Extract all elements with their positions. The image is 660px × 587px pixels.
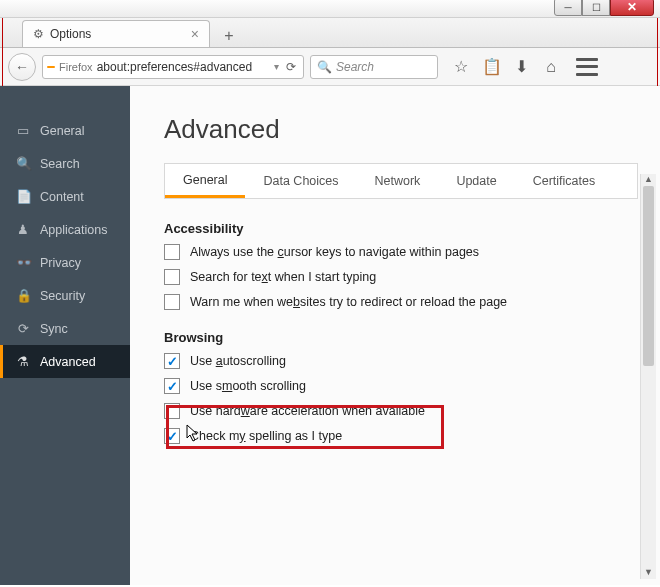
accessibility-label-2: Warn me when websites try to redirect or… <box>190 295 507 309</box>
advanced-subtabs: General Data Choices Network Update Cert… <box>164 163 638 199</box>
browsing-label-3: Check my spelling as I type <box>190 429 342 443</box>
subtab-update[interactable]: Update <box>438 164 514 198</box>
window-minimize-button[interactable]: ─ <box>554 0 582 16</box>
accessibility-option-1: Search for text when I start typing <box>164 269 638 285</box>
preferences-main-pane: Advanced General Data Choices Network Up… <box>130 86 660 585</box>
browsing-label-0: Use autoscrolling <box>190 354 286 368</box>
sidebar-item-search[interactable]: 🔍Search <box>0 147 130 180</box>
vertical-scrollbar[interactable]: ▲ ▼ <box>640 174 656 579</box>
back-button[interactable]: ← <box>8 53 36 81</box>
search-placeholder: Search <box>336 60 374 74</box>
browsing-checkbox-0[interactable] <box>164 353 180 369</box>
sidebar-item-security[interactable]: 🔒Security <box>0 279 130 312</box>
scroll-down-icon[interactable]: ▼ <box>641 567 656 579</box>
identity-label: Firefox <box>59 61 93 73</box>
new-tab-button[interactable]: + <box>216 25 242 47</box>
menu-button[interactable] <box>576 58 598 76</box>
browsing-option-0: Use autoscrolling <box>164 353 638 369</box>
browsing-option-1: Use smooth scrolling <box>164 378 638 394</box>
gear-icon: ⚙ <box>33 27 44 41</box>
subtab-certificates[interactable]: Certificates <box>515 164 614 198</box>
tab-title: Options <box>50 27 91 41</box>
window-titlebar: ─ ☐ ✕ <box>0 0 660 18</box>
home-icon[interactable]: ⌂ <box>542 58 560 76</box>
sidebar-item-sync[interactable]: ⟳Sync <box>0 312 130 345</box>
preferences-sidebar: ▭General 🔍Search 📄Content ♟Applications … <box>0 86 130 585</box>
url-text: about:preferences#advanced <box>97 60 252 74</box>
browsing-checkbox-3[interactable] <box>164 428 180 444</box>
accessibility-checkbox-0[interactable] <box>164 244 180 260</box>
browser-tabstrip: ⚙ Options × + <box>0 18 660 48</box>
accessibility-label-0: Always use the cursor keys to navigate w… <box>190 245 479 259</box>
section-browsing-heading: Browsing <box>164 330 638 345</box>
search-bar[interactable]: 🔍 Search <box>310 55 438 79</box>
navigation-toolbar: ← Firefox about:preferences#advanced ▾ ⟳… <box>0 48 660 86</box>
sidebar-item-privacy[interactable]: 👓Privacy <box>0 246 130 279</box>
accessibility-checkbox-2[interactable] <box>164 294 180 310</box>
browsing-option-3: Check my spelling as I type <box>164 428 638 444</box>
window-maximize-button[interactable]: ☐ <box>582 0 610 16</box>
accessibility-checkbox-1[interactable] <box>164 269 180 285</box>
urlbar-dropdown-icon[interactable]: ▾ <box>270 61 283 72</box>
window-close-button[interactable]: ✕ <box>610 0 654 16</box>
sidebar-item-general[interactable]: ▭General <box>0 114 130 147</box>
accessibility-option-0: Always use the cursor keys to navigate w… <box>164 244 638 260</box>
browsing-label-1: Use smooth scrolling <box>190 379 306 393</box>
browsing-label-2: Use hardware acceleration when available <box>190 404 425 418</box>
browsing-option-2: Use hardware acceleration when available <box>164 403 638 419</box>
privacy-icon: 👓 <box>16 255 30 270</box>
accessibility-option-2: Warn me when websites try to redirect or… <box>164 294 638 310</box>
accessibility-label-1: Search for text when I start typing <box>190 270 376 284</box>
reload-icon[interactable]: ⟳ <box>283 60 299 74</box>
browsing-checkbox-1[interactable] <box>164 378 180 394</box>
page-title: Advanced <box>164 114 638 145</box>
downloads-icon[interactable]: ⬇ <box>512 57 530 76</box>
clipboard-icon[interactable]: 📋 <box>482 57 500 76</box>
security-icon: 🔒 <box>16 288 30 303</box>
browsing-checkbox-2[interactable] <box>164 403 180 419</box>
subtab-data-choices[interactable]: Data Choices <box>245 164 356 198</box>
subtab-general[interactable]: General <box>165 164 245 198</box>
sidebar-item-applications[interactable]: ♟Applications <box>0 213 130 246</box>
advanced-icon: ⚗ <box>16 354 30 369</box>
firefox-icon <box>47 66 55 68</box>
applications-icon: ♟ <box>16 222 30 237</box>
bookmark-star-icon[interactable]: ☆ <box>452 57 470 76</box>
search-icon: 🔍 <box>317 60 332 74</box>
sync-icon: ⟳ <box>16 321 30 336</box>
content-icon: 📄 <box>16 189 30 204</box>
browser-tab-options[interactable]: ⚙ Options × <box>22 20 210 47</box>
tab-close-icon[interactable]: × <box>191 26 199 42</box>
url-bar[interactable]: Firefox about:preferences#advanced ▾ ⟳ <box>42 55 304 79</box>
general-icon: ▭ <box>16 123 30 138</box>
scrollbar-thumb[interactable] <box>643 186 654 366</box>
search-pref-icon: 🔍 <box>16 156 30 171</box>
sidebar-item-content[interactable]: 📄Content <box>0 180 130 213</box>
section-accessibility-heading: Accessibility <box>164 221 638 236</box>
sidebar-item-advanced[interactable]: ⚗Advanced <box>0 345 130 378</box>
scroll-up-icon[interactable]: ▲ <box>641 174 656 186</box>
subtab-network[interactable]: Network <box>357 164 439 198</box>
